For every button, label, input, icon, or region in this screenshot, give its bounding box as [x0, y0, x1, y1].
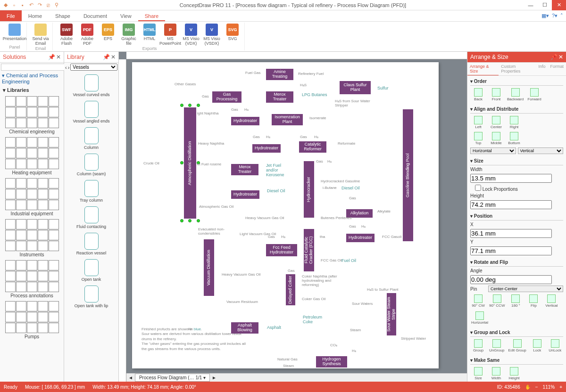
distribute-v[interactable]: Vertical — [518, 147, 564, 154]
process-box[interactable]: Hydrotreater — [252, 144, 281, 153]
nav-fwd-icon[interactable]: › — [68, 65, 70, 70]
rotate-180-[interactable]: 180 ° — [508, 294, 524, 309]
align-middle[interactable]: Middle — [488, 131, 504, 146]
same-width[interactable]: Width — [488, 366, 504, 381]
nav-back-icon[interactable]: ‹ — [65, 65, 67, 70]
align-top[interactable]: Top — [470, 131, 486, 146]
solution-section[interactable]: ▾ Chemical and Process Engineering — [0, 72, 64, 85]
ribbon-html[interactable]: HTMLHTML — [141, 24, 158, 46]
undo-icon[interactable]: ↶ — [27, 1, 35, 9]
pan-icon[interactable]: ✋ — [525, 384, 531, 390]
process-box-vertical[interactable]: Atmospheric Distillation — [184, 107, 196, 219]
process-box-vertical[interactable]: Delayed Coker — [286, 274, 295, 305]
menu-file[interactable]: File — [0, 10, 22, 21]
group-group[interactable]: Group — [470, 338, 486, 353]
process-box[interactable]: Hydrotreater — [231, 117, 259, 125]
pin-icon[interactable]: 📌 — [48, 54, 55, 60]
align-right[interactable]: Right — [506, 115, 522, 130]
search-icon[interactable]: ⚲ — [53, 1, 60, 9]
group-edit-group[interactable]: Edit Group — [507, 338, 527, 353]
shape-vessel-curved-ends[interactable]: Vessel curved ends — [65, 73, 117, 99]
process-box[interactable]: Amine Treating — [266, 69, 293, 80]
shape-tray-column[interactable]: Tray column — [65, 178, 117, 204]
align-left[interactable]: Left — [470, 115, 486, 130]
open-icon[interactable]: ⎚ — [44, 1, 52, 9]
close-icon[interactable]: ✕ — [558, 54, 563, 60]
shape-column-seam-[interactable]: Column (seam) — [65, 152, 117, 178]
distribute-h[interactable]: Horizontal — [470, 147, 516, 154]
shape-reaction-vessel[interactable]: Reaction vessel — [65, 231, 117, 257]
rotate-90-cw[interactable]: 90° CW — [470, 294, 486, 309]
order-backward[interactable]: Backward — [506, 87, 524, 102]
process-box[interactable]: Claus Sulfur Plant — [340, 81, 371, 94]
ribbon-adobe-pdf[interactable]: PDFAdobe PDF — [78, 24, 96, 46]
process-box[interactable]: Gas Processing — [212, 91, 241, 103]
pin-icon[interactable]: 📌 — [550, 54, 558, 60]
group-unlock[interactable]: UnLock — [547, 338, 563, 353]
group-lock[interactable]: Lock — [529, 338, 545, 353]
rotate-90-ccw[interactable]: 90° CCW — [488, 294, 506, 309]
ribbon-eps[interactable]: EPSEPS — [99, 24, 117, 46]
canvas[interactable]: Finished profucts are shown in blue.Sour… — [119, 52, 467, 382]
process-box[interactable]: Fcc Feed Hydrotreater — [266, 244, 297, 256]
order-back[interactable]: Back — [470, 87, 486, 102]
width-input[interactable] — [470, 174, 552, 183]
height-input[interactable] — [470, 200, 552, 209]
tab-format[interactable]: Format — [548, 63, 566, 75]
angle-input[interactable] — [470, 275, 552, 284]
pin-select[interactable]: Center-Center — [488, 286, 563, 292]
process-box[interactable]: Merox Treater — [231, 164, 258, 175]
lock-proportions[interactable] — [475, 185, 481, 191]
tab-custom-props[interactable]: Custom Properties — [499, 63, 536, 75]
category-process-annotations[interactable]: Process annotations — [0, 259, 64, 300]
process-box-vertical[interactable]: Sour Water Steam Stripe — [387, 293, 396, 335]
rotate-flip[interactable]: Flip — [525, 294, 541, 309]
shape-open-tank-with-lip[interactable]: Open tank with lip — [65, 284, 117, 310]
help-icon[interactable]: ?▾ — [552, 13, 558, 19]
library-dropdown[interactable]: Vessels — [70, 64, 117, 71]
store-icon[interactable]: ▦▾ — [541, 13, 549, 19]
process-box[interactable]: Asphalt Blowing — [231, 322, 258, 334]
menu-home[interactable]: Home — [22, 10, 49, 21]
process-box-vertical[interactable]: Hydrocracker — [304, 161, 314, 218]
category-industrial-equipment[interactable]: Industrial equipment — [0, 177, 64, 218]
shape-vessel-angled-ends[interactable]: Vessel angled ends — [65, 99, 117, 125]
shape-open-tank[interactable]: Open tank — [65, 257, 117, 284]
shape-column[interactable]: Column — [65, 125, 117, 152]
menu-view[interactable]: View — [114, 10, 138, 21]
process-box-vertical[interactable]: Vacuum Distillation — [204, 239, 214, 296]
libraries-header[interactable]: ▾ Libraries — [0, 85, 64, 95]
tab-info[interactable]: Info — [536, 63, 548, 75]
category-chemical-engineering[interactable]: Chemical engineering — [0, 95, 64, 136]
order-forward[interactable]: Forward — [526, 87, 542, 102]
process-box[interactable]: Hydrogen Synthesis — [316, 356, 347, 368]
ribbon-ms-visio-vsdx-[interactable]: VMS Visio (VSDX) — [203, 24, 221, 46]
maximize-button[interactable]: ☐ — [538, 0, 552, 10]
y-input[interactable] — [470, 246, 552, 255]
new-icon[interactable]: ▫ — [10, 1, 18, 9]
same-height[interactable]: Height — [506, 366, 522, 381]
tab-nav-back[interactable]: ◄ — [126, 375, 135, 380]
minimize-button[interactable]: — — [524, 0, 538, 10]
close-icon[interactable]: ✕ — [56, 54, 61, 60]
ribbon-ms-powerpoint[interactable]: PMS PowerPoint — [161, 24, 179, 46]
redo-icon[interactable]: ↷ — [36, 1, 43, 9]
close-icon[interactable]: ✕ — [111, 54, 116, 60]
solutions-search[interactable] — [1, 64, 65, 71]
zoom-in-icon[interactable]: + — [559, 384, 562, 390]
tab-nav-fwd[interactable]: ► — [210, 375, 218, 380]
ribbon-send-via-email[interactable]: Send via Email — [32, 24, 50, 46]
align-center[interactable]: Center — [488, 115, 504, 130]
menu-share[interactable]: Share — [138, 10, 165, 21]
rotate-vertical[interactable]: Vertical — [543, 294, 559, 309]
close-button[interactable]: ✕ — [552, 0, 566, 10]
menu-shape[interactable]: Shape — [49, 10, 77, 21]
ribbon-presentation[interactable]: Presentation — [6, 24, 24, 41]
group-ungroup[interactable]: UnGroup — [488, 338, 505, 353]
tab-arrange-size[interactable]: Arrange & Size — [467, 63, 499, 75]
category-instruments[interactable]: Instruments — [0, 218, 64, 259]
align-bottom[interactable]: Bottom — [506, 131, 522, 146]
process-box[interactable]: Catalytic Reformer — [299, 141, 326, 153]
process-box[interactable]: Hydrotreater — [346, 234, 375, 242]
collapse-ribbon-icon[interactable]: ˄ — [560, 13, 563, 19]
